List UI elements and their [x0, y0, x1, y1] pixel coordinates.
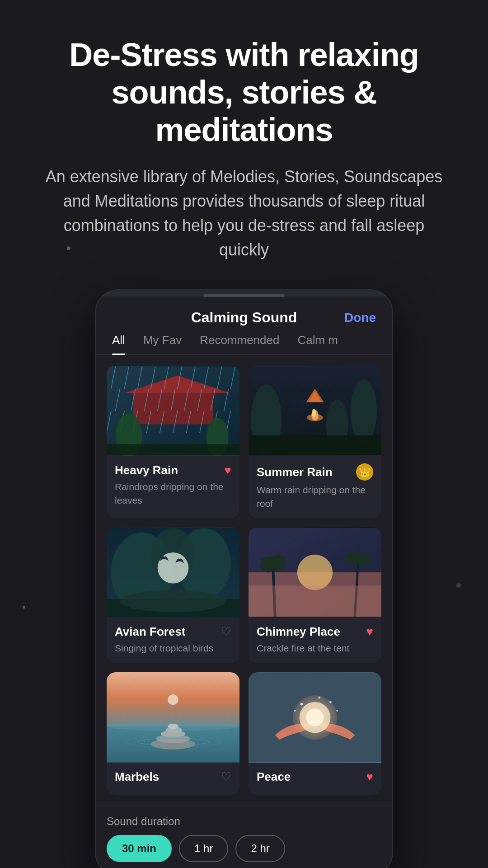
done-button[interactable]: Done: [344, 311, 376, 325]
sound-image-heavy-rain: [107, 366, 239, 456]
sound-info-marbels: Marbels ♡: [107, 763, 239, 795]
svg-point-43: [312, 409, 316, 418]
svg-point-54: [297, 555, 333, 590]
tab-calmm[interactable]: Calm m: [297, 333, 338, 354]
svg-rect-44: [249, 435, 381, 455]
main-title: De-Stress with relaxing sounds, stories …: [41, 36, 447, 148]
sound-name-row-pc: Peace ♥: [257, 770, 373, 784]
svg-point-69: [168, 723, 178, 729]
sound-name-mb: Marbels: [115, 770, 159, 784]
sound-info-summer-rain: Summer Rain 👑 Warm rain dripping on the …: [249, 456, 381, 518]
svg-point-79: [336, 710, 338, 712]
header-section: De-Stress with relaxing sounds, stories …: [41, 36, 447, 262]
phone-top-bar: [96, 290, 392, 297]
star-decoration: [23, 606, 25, 609]
svg-point-78: [329, 701, 332, 703]
sound-card-peace[interactable]: Peace ♥: [249, 672, 381, 795]
sound-info-chimney: Chimney Place ♥ Crackle fire at the tent: [249, 618, 381, 663]
svg-point-80: [294, 710, 296, 712]
duration-1hr[interactable]: 1 hr: [179, 835, 228, 862]
sound-card-avian-forest[interactable]: Avian Forest ♡ Singing of tropical birds: [107, 527, 239, 663]
star-decoration: [67, 246, 70, 250]
sound-desc-cp: Crackle fire at the tent: [257, 642, 373, 655]
heart-icon-marbels[interactable]: ♡: [221, 770, 231, 784]
sound-name-pc: Peace: [257, 770, 291, 784]
sound-image-chimney: [249, 527, 381, 618]
star-decoration: [456, 583, 461, 588]
sound-name-cp: Chimney Place: [257, 625, 340, 639]
sound-card-summer-rain[interactable]: Summer Rain 👑 Warm rain dripping on the …: [249, 366, 381, 518]
svg-point-76: [306, 708, 324, 726]
duration-section: Sound duration 30 min 1 hr 2 hr: [96, 806, 392, 868]
duration-buttons: 30 min 1 hr 2 hr: [107, 835, 381, 862]
tab-recommended[interactable]: Recommended: [200, 333, 279, 354]
sound-image-marbels: [107, 672, 239, 763]
svg-point-37: [350, 380, 377, 442]
sound-grid: Heavy Rain ♥ Raindrops dripping on the l…: [96, 355, 392, 805]
app-header: Calming Sound Done: [96, 297, 392, 333]
sound-name-row-mb: Marbels ♡: [115, 770, 231, 784]
svg-point-70: [168, 694, 178, 705]
subtitle: An extensive library of Melodies, Storie…: [41, 165, 447, 262]
sound-card-heavy-rain[interactable]: Heavy Rain ♥ Raindrops dripping on the l…: [107, 366, 239, 518]
sound-name-row-sr: Summer Rain 👑: [257, 463, 373, 481]
sound-name: Heavy Rain: [115, 463, 178, 477]
sound-card-marbels[interactable]: Marbels ♡: [107, 672, 239, 795]
sound-name-af: Avian Forest: [115, 625, 186, 639]
sound-desc: Raindrops dripping on the leaves: [115, 480, 231, 507]
sound-image-peace: [249, 672, 381, 763]
app-title: Calming Sound: [191, 309, 297, 326]
svg-point-81: [318, 696, 320, 698]
app-content: Calming Sound Done All My Fav Recommende…: [96, 297, 392, 868]
crown-badge-sr: 👑: [356, 463, 373, 481]
sound-card-chimney-place[interactable]: Chimney Place ♥ Crackle fire at the tent: [249, 527, 381, 663]
sound-name-row: Heavy Rain ♥: [115, 463, 231, 477]
svg-rect-34: [107, 444, 239, 456]
heart-icon-avian[interactable]: ♡: [221, 625, 231, 639]
tab-all[interactable]: All: [112, 333, 125, 354]
svg-point-77: [300, 703, 303, 705]
heart-icon-heavy-rain[interactable]: ♥: [225, 463, 231, 477]
tabs-bar: All My Fav Recommended Calm m: [96, 333, 392, 355]
sound-info-peace: Peace ♥: [249, 763, 381, 795]
sound-info-avian-forest: Avian Forest ♡ Singing of tropical birds: [107, 618, 239, 663]
duration-30min[interactable]: 30 min: [107, 835, 172, 862]
tab-myfav[interactable]: My Fav: [143, 333, 182, 354]
svg-point-51: [120, 590, 226, 612]
sound-name-row-cp: Chimney Place ♥: [257, 625, 373, 639]
duration-label: Sound duration: [107, 815, 381, 828]
duration-2hr[interactable]: 2 hr: [235, 835, 285, 862]
sound-name-sr: Summer Rain: [257, 465, 333, 479]
sound-desc-sr: Warm rain dripping on the roof: [257, 483, 373, 510]
heart-icon-chimney[interactable]: ♥: [366, 625, 373, 639]
heart-icon-peace[interactable]: ♥: [366, 770, 373, 784]
sound-info-heavy-rain: Heavy Rain ♥ Raindrops dripping on the l…: [107, 456, 239, 515]
svg-marker-1: [133, 393, 213, 425]
phone-mockup: Calming Sound Done All My Fav Recommende…: [95, 289, 393, 868]
sound-image-avian-forest: [107, 527, 239, 618]
sound-desc-af: Singing of tropical birds: [115, 642, 231, 655]
sound-name-row-af: Avian Forest ♡: [115, 625, 231, 639]
svg-rect-62: [249, 586, 381, 617]
sound-image-summer-rain: [249, 366, 381, 456]
